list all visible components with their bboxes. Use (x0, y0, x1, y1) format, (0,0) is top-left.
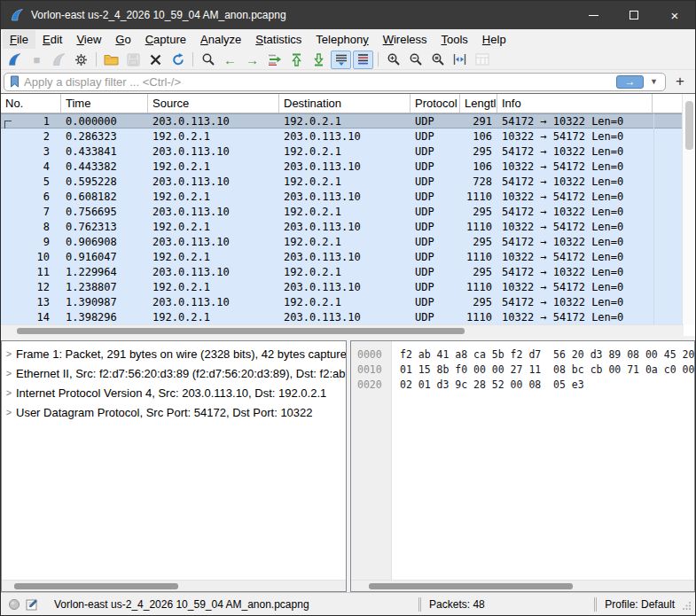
menu-file[interactable]: File (3, 30, 35, 49)
cell-source: 203.0.113.10 (148, 236, 279, 248)
find-packet-button[interactable] (198, 51, 218, 69)
detail-row-udp[interactable]: >User Datagram Protocol, Src Port: 54172… (2, 402, 346, 422)
cell-time: 0.595228 (61, 175, 148, 188)
hscroll-thumb[interactable] (17, 328, 465, 334)
window-title: Vorlon-east us-2_4_2026 10_59_04 AM_anon… (31, 9, 573, 21)
packet-row-11[interactable]: 111.229964203.0.113.10192.0.2.1UDP295541… (1, 264, 684, 279)
packet-row-3[interactable]: 30.433841203.0.113.10192.0.2.1UDP2955417… (1, 144, 684, 159)
hex-row-0000[interactable]: 0000f2 ab 41 a8 ca 5b f2 d7 56 20 d3 89 … (351, 347, 694, 362)
packet-row-4[interactable]: 40.443382192.0.2.1203.0.113.10UDP1061032… (1, 159, 684, 174)
cell-info: 54172 → 10322 Len=0 (497, 236, 653, 248)
go-to-packet-icon (267, 53, 282, 66)
details-hscrollbar[interactable] (2, 580, 346, 591)
zoom-out-button[interactable] (405, 51, 426, 69)
column-header-protocol[interactable]: Protocol (411, 94, 460, 113)
packet-row-10[interactable]: 100.916047192.0.2.1203.0.113.10UDP111010… (1, 249, 684, 264)
packet-row-6[interactable]: 60.608182192.0.2.1203.0.113.10UDP1110103… (1, 189, 684, 204)
capture-comments-icon[interactable] (26, 598, 38, 611)
bookmark-icon[interactable] (10, 75, 20, 88)
vscroll-thumb[interactable] (685, 101, 693, 150)
menu-wireless[interactable]: Wireless (376, 30, 434, 49)
resize-grip-icon[interactable] (682, 600, 692, 610)
packet-row-8[interactable]: 80.762313192.0.2.1203.0.113.10UDP1110103… (1, 219, 684, 234)
display-filter-input[interactable]: Apply a display filter ... <Ctrl-/> → ▼ (4, 73, 666, 91)
capture-options-icon (74, 53, 88, 66)
bytes-hscrollbar[interactable] (351, 580, 694, 591)
filter-dropdown-icon[interactable]: ▼ (644, 77, 662, 86)
cell-time: 0.762313 (61, 221, 148, 233)
profile-columns-button (472, 51, 492, 69)
close-button[interactable]: × (654, 1, 695, 29)
zoom-original-button[interactable] (427, 51, 448, 69)
cell-info: 54172 → 10322 Len=0 (497, 296, 653, 308)
go-last-packet-button[interactable] (309, 51, 329, 69)
cell-source: 192.0.2.1 (148, 251, 279, 263)
detail-row-ethernet[interactable]: >Ethernet II, Src: f2:d7:56:20:d3:89 (f2… (2, 363, 346, 383)
capture-status-icon[interactable] (8, 598, 20, 611)
close-file-button[interactable] (145, 51, 166, 69)
detail-row-frame[interactable]: >Frame 1: Packet, 291 bytes on wire (232… (2, 344, 346, 363)
column-header-lengtl[interactable]: Lengtl (460, 94, 497, 113)
column-header-destination[interactable]: Destination (279, 94, 411, 113)
expand-chevron-icon[interactable]: > (2, 348, 16, 359)
info-column-edge (653, 113, 654, 324)
go-first-packet-button[interactable] (286, 51, 307, 69)
auto-scroll-button[interactable] (331, 51, 351, 69)
cell-info: 10322 → 54172 Len=0 (497, 191, 653, 203)
packet-row-13[interactable]: 131.390987203.0.113.10192.0.2.1UDP295541… (1, 294, 684, 309)
start-capture-button[interactable] (4, 51, 25, 69)
packet-row-12[interactable]: 121.238807192.0.2.1203.0.113.10UDP111010… (1, 279, 684, 294)
column-header-info[interactable]: Info (497, 94, 653, 113)
menu-view[interactable]: View (69, 30, 108, 49)
hex-row-0020[interactable]: 002002 01 d3 9c 28 52 00 08 05 e3 (351, 377, 694, 392)
cell-info: 54172 → 10322 Len=0 (497, 175, 653, 188)
reload-file-button[interactable] (168, 51, 188, 69)
menu-help[interactable]: Help (475, 30, 513, 49)
packet-row-2[interactable]: 20.286323192.0.2.1203.0.113.10UDP1061032… (1, 129, 684, 144)
column-header-source[interactable]: Source (148, 94, 279, 113)
open-file-button[interactable] (101, 51, 121, 69)
detail-row-ip[interactable]: >Internet Protocol Version 4, Src: 203.0… (2, 383, 346, 402)
menu-tools[interactable]: Tools (434, 30, 475, 49)
hex-row-0010[interactable]: 001001 15 8b f0 00 00 27 11 08 bc cb 00 … (351, 362, 694, 377)
resize-columns-button[interactable] (450, 51, 470, 69)
bytes-hscroll-thumb[interactable] (369, 583, 573, 589)
packet-row-14[interactable]: 141.398296192.0.2.1203.0.113.10UDP111010… (1, 309, 684, 324)
column-header-time[interactable]: Time (61, 94, 148, 113)
packet-row-1[interactable]: 10.000000203.0.113.10192.0.2.1UDP2915417… (1, 113, 684, 129)
maximize-button[interactable] (614, 1, 654, 29)
packet-list-vscrollbar[interactable] (682, 94, 695, 324)
details-hscroll-thumb[interactable] (14, 583, 178, 589)
go-back-button[interactable]: ← (220, 51, 240, 69)
menu-edit[interactable]: Edit (35, 30, 69, 49)
status-filename[interactable]: Vorlon-east us-2_4_2026 10_59_04 AM_anon… (54, 598, 309, 611)
capture-options-button[interactable] (71, 51, 91, 69)
packet-row-7[interactable]: 70.756695203.0.113.10192.0.2.1UDP2955417… (1, 204, 684, 219)
apply-filter-button[interactable]: → (616, 75, 644, 89)
expand-chevron-icon[interactable]: > (2, 368, 16, 378)
colorize-packets-button[interactable] (353, 51, 373, 69)
menu-capture[interactable]: Capture (138, 30, 193, 49)
add-filter-button[interactable]: + (669, 73, 691, 91)
packet-list-hscrollbar[interactable] (1, 324, 684, 336)
menu-analyze[interactable]: Analyze (193, 30, 248, 49)
column-header-no[interactable]: No. (1, 94, 61, 113)
packet-row-9[interactable]: 90.906908203.0.113.10192.0.2.1UDP2955417… (1, 234, 684, 249)
expand-chevron-icon[interactable]: > (2, 407, 16, 417)
stop-capture-icon: ■ (34, 54, 41, 66)
menu-statistics[interactable]: Statistics (248, 30, 309, 49)
status-packet-count[interactable]: Packets: 48 (429, 598, 485, 611)
zoom-in-icon (387, 52, 401, 66)
minimize-button[interactable] (573, 1, 614, 29)
cell-destination: 203.0.113.10 (279, 251, 411, 263)
title-bar: Vorlon-east us-2_4_2026 10_59_04 AM_anon… (1, 1, 695, 29)
go-to-packet-button[interactable] (264, 51, 285, 69)
go-forward-button[interactable]: → (242, 51, 262, 69)
cell-time: 0.906908 (61, 236, 148, 248)
status-profile[interactable]: Profile: Default (605, 598, 675, 611)
menu-go[interactable]: Go (108, 30, 137, 49)
menu-telephony[interactable]: Telephony (309, 30, 375, 49)
zoom-in-button[interactable] (383, 51, 403, 69)
expand-chevron-icon[interactable]: > (2, 387, 16, 398)
packet-row-5[interactable]: 50.595228203.0.113.10192.0.2.1UDP7285417… (1, 174, 684, 189)
